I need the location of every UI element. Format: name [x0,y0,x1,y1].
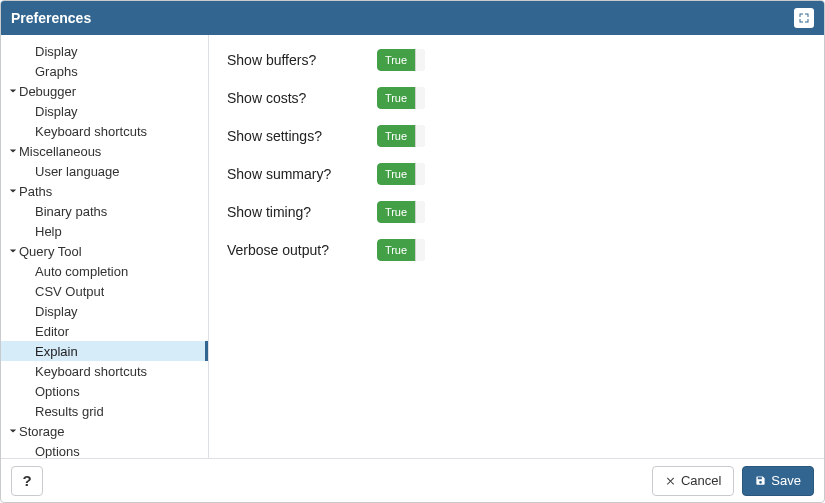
dialog-title: Preferences [11,10,91,26]
tree-item-label: Auto completion [35,264,128,279]
setting-row: Show costs?True [227,87,806,109]
tree-item[interactable]: Display [1,41,208,61]
toggle-value: True [377,87,415,109]
preferences-dialog: Preferences DisplayGraphsDebuggerDisplay… [0,0,825,503]
toggle-switch[interactable]: True [377,87,425,109]
toggle-knob [415,87,425,109]
tree-item-label: Keyboard shortcuts [35,364,147,379]
tree-item[interactable]: Keyboard shortcuts [1,361,208,381]
chevron-down-icon[interactable] [7,147,19,155]
tree-item[interactable]: Auto completion [1,261,208,281]
tree-item-label: Help [35,224,62,239]
toggle-switch[interactable]: True [377,201,425,223]
toggle-switch[interactable]: True [377,163,425,185]
tree-item[interactable]: User language [1,161,208,181]
tree-category[interactable]: Debugger [1,81,208,101]
help-button[interactable]: ? [11,466,43,496]
tree-item-label: Options [35,384,80,399]
setting-label: Verbose output? [227,242,377,258]
chevron-down-icon[interactable] [7,427,19,435]
tree-item[interactable]: Graphs [1,61,208,81]
tree-item-label: CSV Output [35,284,104,299]
tree-item[interactable]: Explain [1,341,208,361]
save-button[interactable]: Save [742,466,814,496]
toggle-value: True [377,201,415,223]
tree-item-label: Query Tool [19,244,82,259]
tree-item[interactable]: Options [1,381,208,401]
tree-item-label: Debugger [19,84,76,99]
toggle-value: True [377,239,415,261]
toggle-switch[interactable]: True [377,49,425,71]
tree-item-label: Miscellaneous [19,144,101,159]
setting-label: Show timing? [227,204,377,220]
tree-item-label: User language [35,164,120,179]
toggle-value: True [377,125,415,147]
setting-label: Show costs? [227,90,377,106]
chevron-down-icon[interactable] [7,187,19,195]
tree-item-label: Binary paths [35,204,107,219]
setting-row: Show buffers?True [227,49,806,71]
cancel-button[interactable]: Cancel [652,466,734,496]
tree-item-label: Display [35,44,78,59]
tree-item-label: Storage [19,424,65,439]
titlebar: Preferences [1,1,824,35]
close-icon [665,475,676,486]
tree-category[interactable]: Query Tool [1,241,208,261]
tree-item[interactable]: Results grid [1,401,208,421]
tree-item[interactable]: Binary paths [1,201,208,221]
setting-row: Show timing?True [227,201,806,223]
tree-item-label: Results grid [35,404,104,419]
toggle-knob [415,239,425,261]
tree-item[interactable]: CSV Output [1,281,208,301]
tree-category[interactable]: Storage [1,421,208,441]
toggle-value: True [377,49,415,71]
setting-row: Show summary?True [227,163,806,185]
settings-panel: Show buffers?TrueShow costs?TrueShow set… [209,35,824,458]
chevron-down-icon[interactable] [7,87,19,95]
dialog-footer: ? Cancel Save [1,458,824,502]
save-icon [755,475,766,486]
toggle-switch[interactable]: True [377,125,425,147]
toggle-knob [415,163,425,185]
tree-category[interactable]: Miscellaneous [1,141,208,161]
setting-row: Verbose output?True [227,239,806,261]
tree-item[interactable]: Help [1,221,208,241]
dialog-body: DisplayGraphsDebuggerDisplayKeyboard sho… [1,35,824,458]
tree-item[interactable]: Display [1,301,208,321]
tree-item[interactable]: Keyboard shortcuts [1,121,208,141]
preferences-tree[interactable]: DisplayGraphsDebuggerDisplayKeyboard sho… [1,35,209,458]
tree-item-label: Keyboard shortcuts [35,124,147,139]
tree-item-label: Display [35,304,78,319]
toggle-knob [415,125,425,147]
tree-item-label: Options [35,444,80,459]
help-icon: ? [22,472,31,489]
tree-category[interactable]: Paths [1,181,208,201]
tree-item[interactable]: Editor [1,321,208,341]
toggle-knob [415,49,425,71]
toggle-switch[interactable]: True [377,239,425,261]
setting-label: Show buffers? [227,52,377,68]
toggle-value: True [377,163,415,185]
cancel-label: Cancel [681,473,721,488]
toggle-knob [415,201,425,223]
tree-item[interactable]: Options [1,441,208,458]
tree-item-label: Graphs [35,64,78,79]
maximize-icon[interactable] [794,8,814,28]
tree-item[interactable]: Display [1,101,208,121]
setting-row: Show settings?True [227,125,806,147]
save-label: Save [771,473,801,488]
tree-item-label: Display [35,104,78,119]
tree-item-label: Explain [35,344,78,359]
setting-label: Show summary? [227,166,377,182]
setting-label: Show settings? [227,128,377,144]
tree-item-label: Editor [35,324,69,339]
chevron-down-icon[interactable] [7,247,19,255]
tree-item-label: Paths [19,184,52,199]
